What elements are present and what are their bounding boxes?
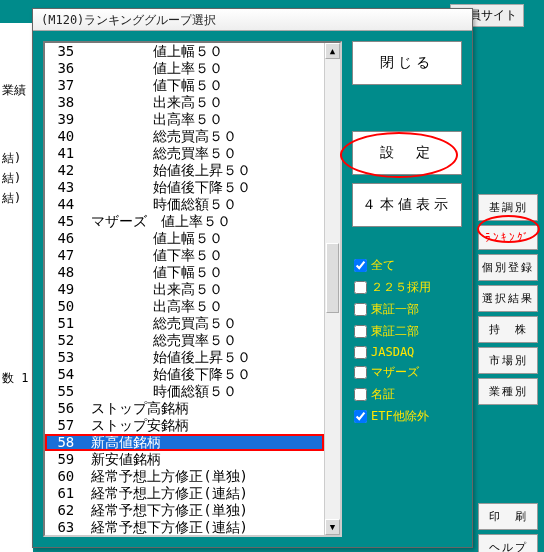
list-item[interactable]: 36 値上率５０ <box>45 60 324 77</box>
checkbox-ms[interactable] <box>354 388 367 401</box>
list-item[interactable]: 48 値下幅５０ <box>45 264 324 281</box>
filter-check-mz[interactable]: マザーズ <box>354 364 460 381</box>
filter-check-t1[interactable]: 東証一部 <box>354 301 460 318</box>
scroll-thumb[interactable] <box>326 243 339 313</box>
checkbox-t1[interactable] <box>354 303 367 316</box>
list-item[interactable]: 38 出来高５０ <box>45 94 324 111</box>
left-label-k2: 結) <box>2 170 21 187</box>
scroll-track[interactable] <box>325 59 340 519</box>
left-panel <box>0 23 33 552</box>
list-item[interactable]: 42 始値後上昇５０ <box>45 162 324 179</box>
scrollbar[interactable]: ▲ ▼ <box>324 43 340 535</box>
checkbox-label: 東証一部 <box>371 301 419 318</box>
checkbox-etf[interactable] <box>354 410 367 423</box>
scroll-up-icon[interactable]: ▲ <box>325 43 340 59</box>
list-item[interactable]: 56 ストップ高銘柄 <box>45 400 324 417</box>
list-item[interactable]: 57 ストップ安銘柄 <box>45 417 324 434</box>
checkbox-label: 全て <box>371 257 395 274</box>
left-label-kazu: 数 1 <box>2 370 28 387</box>
list-item[interactable]: 60 経常予想上方修正(単独) <box>45 468 324 485</box>
list-item[interactable]: 63 経常予想下方修正(連結) <box>45 519 324 535</box>
close-button[interactable]: 閉じる <box>352 41 462 85</box>
checkbox-label: ETF他除外 <box>371 408 429 425</box>
filter-checkbox-panel: 全て２２５採用東証一部東証二部JASDAQマザーズ名証ETF他除外 <box>352 255 462 427</box>
list-item[interactable]: 35 値上幅５０ <box>45 43 324 60</box>
left-label-k1: 結) <box>2 150 21 167</box>
side-mochikabu[interactable]: 持 株 <box>478 316 538 343</box>
checkbox-all[interactable] <box>354 259 367 272</box>
list-item[interactable]: 53 始値後上昇５０ <box>45 349 324 366</box>
side-kobetsu[interactable]: 個別登録 <box>478 254 538 281</box>
list-item[interactable]: 39 出高率５０ <box>45 111 324 128</box>
highlight-ellipse-ranking <box>477 215 540 243</box>
filter-check-jq[interactable]: JASDAQ <box>354 345 460 359</box>
list-item[interactable]: 44 時価総額５０ <box>45 196 324 213</box>
side-shijo[interactable]: 市場別 <box>478 347 538 374</box>
side-button-column: 基調別 ﾗﾝｷﾝｸﾞ 個別登録 選択結果 持 株 市場別 業種別 印 刷 ヘルプ <box>478 194 538 552</box>
list-item[interactable]: 41 総売買率５０ <box>45 145 324 162</box>
ranking-group-dialog: (M120)ランキンググループ選択 35 値上幅５０ 36 値上率５０ 37 値… <box>32 8 473 548</box>
dialog-right-column: 閉じる 設 定 ４本値表示 全て２２５採用東証一部東証二部JASDAQマザーズ名… <box>352 41 462 537</box>
checkbox-mz[interactable] <box>354 366 367 379</box>
checkbox-t2[interactable] <box>354 325 367 338</box>
list-item[interactable]: 58 新高値銘柄 <box>45 434 324 451</box>
list-item[interactable]: 55 時価総額５０ <box>45 383 324 400</box>
list-item[interactable]: 62 経常予想下方修正(単独) <box>45 502 324 519</box>
left-label-k3: 結) <box>2 190 21 207</box>
ranking-list-container: 35 値上幅５０ 36 値上率５０ 37 値下幅５０ 38 出来高５０ 39 出… <box>43 41 342 537</box>
checkbox-label: JASDAQ <box>371 345 414 359</box>
dialog-title: (M120)ランキンググループ選択 <box>33 9 472 31</box>
checkbox-label: 東証二部 <box>371 323 419 340</box>
checkbox-jq[interactable] <box>354 346 367 359</box>
left-label-gyouseki: 業績 <box>2 82 26 99</box>
scroll-down-icon[interactable]: ▼ <box>325 519 340 535</box>
side-help[interactable]: ヘルプ <box>478 534 538 552</box>
list-item[interactable]: 49 出来高５０ <box>45 281 324 298</box>
list-item[interactable]: 47 値下率５０ <box>45 247 324 264</box>
filter-check-etf[interactable]: ETF他除外 <box>354 408 460 425</box>
filter-check-ms[interactable]: 名証 <box>354 386 460 403</box>
side-sentaku[interactable]: 選択結果 <box>478 285 538 312</box>
filter-check-t2[interactable]: 東証二部 <box>354 323 460 340</box>
checkbox-label: マザーズ <box>371 364 419 381</box>
four-values-button[interactable]: ４本値表示 <box>352 183 462 227</box>
list-item[interactable]: 37 値下幅５０ <box>45 77 324 94</box>
ranking-list[interactable]: 35 値上幅５０ 36 値上率５０ 37 値下幅５０ 38 出来高５０ 39 出… <box>45 43 324 535</box>
list-item[interactable]: 40 総売買高５０ <box>45 128 324 145</box>
list-item[interactable]: 51 総売買高５０ <box>45 315 324 332</box>
side-gyoushu[interactable]: 業種別 <box>478 378 538 405</box>
list-item[interactable]: 43 始値後下降５０ <box>45 179 324 196</box>
list-item[interactable]: 52 総売買率５０ <box>45 332 324 349</box>
settei-button[interactable]: 設 定 <box>352 131 462 175</box>
list-item[interactable]: 45 マザーズ 値上率５０ <box>45 213 324 230</box>
list-item[interactable]: 54 始値後下降５０ <box>45 366 324 383</box>
list-item[interactable]: 59 新安値銘柄 <box>45 451 324 468</box>
list-item[interactable]: 46 値上幅５０ <box>45 230 324 247</box>
list-item[interactable]: 61 経常予想上方修正(連結) <box>45 485 324 502</box>
side-insatsu[interactable]: 印 刷 <box>478 503 538 530</box>
checkbox-label: 名証 <box>371 386 395 403</box>
checkbox-c225[interactable] <box>354 281 367 294</box>
filter-check-all[interactable]: 全て <box>354 257 460 274</box>
checkbox-label: ２２５採用 <box>371 279 431 296</box>
filter-check-c225[interactable]: ２２５採用 <box>354 279 460 296</box>
list-item[interactable]: 50 出高率５０ <box>45 298 324 315</box>
